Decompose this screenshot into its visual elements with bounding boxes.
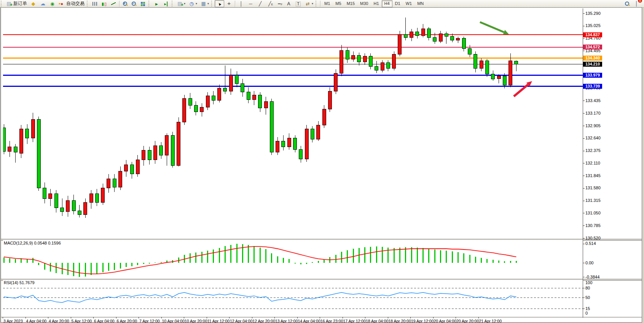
time-tick-label: 12 Apr 20:00 — [253, 319, 276, 323]
candle — [194, 105, 198, 112]
community-button[interactable] — [38, 0, 48, 7]
candle — [381, 63, 384, 70]
candle — [66, 200, 70, 212]
timeframe-w1-button[interactable]: W1 — [403, 0, 415, 7]
mt4-terminal: { "toolbar": { "chat_badge": "1", "butto… — [0, 0, 644, 323]
price-tick-label: 135.025 — [585, 23, 601, 28]
rsi-tick-label: 100 — [585, 280, 592, 285]
time-tick-label: 21 Apr 12:00 — [479, 319, 502, 323]
candle — [427, 29, 430, 37]
rsi-tick-label: 15 — [585, 306, 590, 311]
rsi-plot[interactable] — [3, 280, 583, 317]
macd-plot[interactable] — [3, 240, 583, 279]
fibonacci-button[interactable] — [274, 0, 284, 7]
time-tick-label: 18 Apr 20:00 — [389, 319, 411, 323]
chat-button[interactable]: 1 — [631, 0, 641, 7]
time-tick-mark — [71, 317, 71, 318]
candle — [124, 165, 128, 171]
chevron-down-icon[interactable]: ▾ — [196, 2, 197, 5]
gold-button[interactable] — [29, 0, 38, 7]
zoom-out-button[interactable] — [129, 0, 138, 7]
timeframe-m30-button[interactable]: M30 — [357, 0, 371, 7]
horizontal-line-button[interactable] — [246, 0, 255, 7]
candle — [515, 61, 518, 64]
candle — [352, 55, 355, 59]
timeframe-m5-button[interactable]: M5 — [333, 0, 344, 7]
candle — [130, 165, 134, 174]
toolbar-grip[interactable] — [87, 1, 89, 6]
signals-button[interactable] — [48, 0, 57, 7]
price-tag-134.837: 134.837 — [583, 32, 602, 37]
candle — [183, 99, 186, 122]
new-order-button[interactable]: 新订单 — [4, 0, 29, 7]
candle — [218, 88, 221, 101]
text-label-button[interactable] — [293, 0, 303, 7]
search-button[interactable] — [623, 0, 631, 7]
vertical-line-button[interactable] — [236, 0, 246, 7]
candle — [223, 88, 227, 91]
candle — [328, 91, 332, 109]
timeframe-m15-button[interactable]: M15 — [344, 0, 357, 7]
auto-scroll-button[interactable] — [152, 0, 161, 7]
price-tick-mark — [583, 113, 585, 114]
candle — [89, 194, 93, 202]
candle — [287, 138, 291, 147]
timeframe-d1-button[interactable]: D1 — [392, 0, 403, 7]
price-tick-label: 132.905 — [585, 123, 601, 128]
time-tick-label: 7 Apr 12:00 — [139, 319, 160, 323]
timeframe-h1-button[interactable]: H1 — [371, 0, 381, 7]
candle — [340, 51, 343, 73]
toolbar-grip[interactable] — [148, 1, 151, 6]
crosshair-button[interactable] — [224, 0, 234, 7]
bounce-arrow[interactable] — [514, 81, 532, 96]
autotrading-button[interactable]: 自动交易 — [57, 0, 86, 7]
timeframe-mn-button[interactable]: MN — [414, 0, 426, 7]
time-tick-mark — [93, 317, 94, 318]
candle — [334, 73, 338, 91]
equidistant-channel-button[interactable] — [265, 0, 274, 7]
new-chart-button[interactable]: ▾ — [175, 0, 187, 7]
time-tick-mark — [116, 317, 116, 318]
zoom-in-button[interactable] — [121, 0, 129, 7]
toolbar-grip[interactable] — [1, 1, 3, 6]
candle — [84, 202, 87, 214]
notification-badge: 1 — [638, 0, 642, 3]
bar-chart-button[interactable] — [90, 0, 99, 7]
arrows-icon — [304, 1, 311, 7]
time-tick-label: 18 Apr 04:00 — [366, 319, 389, 323]
timeframe-m1-button[interactable]: M1 — [322, 0, 333, 7]
toolbar-grip[interactable] — [172, 1, 174, 6]
chart-shift-button[interactable] — [161, 0, 171, 7]
templates-button[interactable]: ▾ — [199, 0, 210, 7]
candlestick-chart-button[interactable] — [99, 0, 109, 7]
price-tick-label: 131.050 — [585, 211, 601, 215]
arrows-button[interactable]: ▾ — [303, 0, 315, 7]
chevron-down-icon[interactable]: ▾ — [207, 2, 209, 5]
time-tick-label: 6 Apr 04:00 — [94, 319, 115, 323]
toolbar-grip[interactable] — [211, 1, 214, 6]
profiles-button[interactable]: ▾ — [187, 0, 199, 7]
rsi-label: RSI(14) 51.7679 — [4, 280, 35, 285]
toolbar-separator — [119, 1, 120, 7]
candle — [293, 138, 297, 150]
chevron-down-icon[interactable]: ▾ — [312, 2, 313, 5]
candle — [404, 35, 407, 37]
toolbar-grip[interactable] — [316, 1, 318, 6]
price-tick-mark — [583, 213, 585, 213]
downtrend-arrow[interactable] — [480, 22, 509, 35]
time-tick-label: 14 Apr 04:00 — [298, 319, 321, 323]
trendline-button[interactable] — [255, 0, 265, 7]
chevron-down-icon[interactable]: ▾ — [184, 2, 185, 5]
tile-icon — [140, 1, 146, 7]
candle — [317, 125, 320, 139]
time-tick-mark — [184, 317, 184, 318]
cursor-button[interactable] — [215, 0, 224, 7]
timeframe-h4-button[interactable]: H4 — [382, 0, 392, 7]
main-chart-plot[interactable] — [3, 8, 583, 239]
text-button[interactable] — [284, 0, 293, 7]
line-chart-button[interactable] — [109, 0, 118, 7]
candle — [136, 160, 139, 174]
signals-icon — [49, 1, 56, 7]
tile-windows-button[interactable] — [138, 0, 148, 7]
candle — [14, 147, 17, 152]
